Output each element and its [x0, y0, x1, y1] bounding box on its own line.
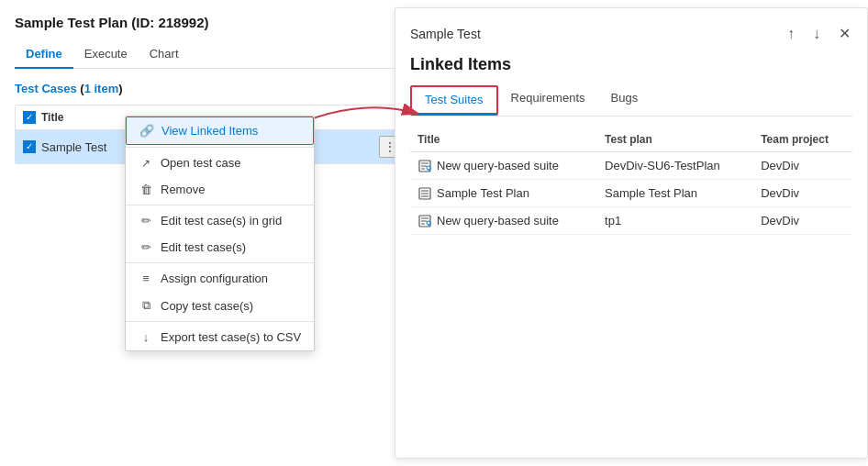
move-down-button[interactable]: ↓: [811, 24, 822, 44]
menu-item-open-test-case[interactable]: ↗ Open test case: [126, 150, 314, 176]
menu-item-remove[interactable]: 🗑 Remove: [126, 176, 314, 203]
static-suite-icon-2: [417, 187, 432, 200]
tab-requirements[interactable]: Requirements: [498, 85, 598, 116]
menu-item-export-csv[interactable]: ↓ Export test case(s) to CSV: [126, 324, 314, 350]
main-container: Sample Test Plan (ID: 218992) Define Exe…: [0, 0, 868, 466]
col-header-teamproject: Team project: [753, 128, 852, 152]
table-row: Sample Test Plan Sample Test Plan DevDiv: [410, 180, 852, 207]
linked-items-title: Linked Items: [410, 55, 852, 74]
tab-bugs[interactable]: Bugs: [598, 85, 651, 116]
export-icon: ↓: [139, 330, 153, 344]
right-panel-header: Sample Test ↑ ↓ ✕: [410, 23, 852, 44]
cell-teamproject-1: DevDiv: [753, 152, 852, 180]
test-suites-tab-wrapper: Test Suites: [410, 85, 498, 116]
menu-divider-4: [126, 321, 314, 322]
open-icon: ↗: [139, 157, 153, 170]
query-suite-icon-3: [417, 215, 432, 227]
edit-icon: ✏: [139, 240, 153, 254]
cell-testplan-2: Sample Test Plan: [597, 180, 753, 207]
edit-grid-icon: ✏: [139, 214, 153, 227]
menu-divider-1: [126, 147, 314, 148]
assign-icon: ≡: [139, 272, 153, 285]
menu-item-edit[interactable]: ✏ Edit test case(s): [126, 234, 314, 261]
header-checkbox[interactable]: [23, 111, 36, 124]
cell-testplan-1: DevDiv-SU6-TestPlan: [597, 152, 753, 180]
svg-point-5: [427, 166, 430, 170]
menu-item-assign-config[interactable]: ≡ Assign configuration: [126, 265, 314, 292]
tab-execute[interactable]: Execute: [73, 41, 139, 68]
cell-testplan-3: tp1: [597, 207, 753, 235]
tab-define[interactable]: Define: [15, 41, 73, 68]
menu-item-edit-grid[interactable]: ✏ Edit test case(s) in grid: [126, 207, 314, 234]
remove-icon: 🗑: [139, 183, 153, 196]
table-header-row: Title Test plan Team project: [410, 128, 852, 152]
context-menu: 🔗 View Linked Items ↗ Open test case 🗑 R…: [125, 116, 315, 351]
menu-item-copy[interactable]: ⧉ Copy test case(s): [126, 292, 314, 319]
linked-items-table: Title Test plan Team project: [410, 128, 852, 235]
svg-point-15: [427, 221, 430, 225]
tab-bar: Define Execute Chart: [15, 41, 409, 69]
copy-icon: ⧉: [139, 298, 153, 313]
tab-test-suites[interactable]: Test Suites: [412, 87, 496, 114]
linked-tabs: Test Suites Requirements Bugs: [410, 85, 852, 116]
cell-title-2: Sample Test Plan: [410, 180, 597, 207]
cell-title-3: New query-based suite: [410, 207, 597, 235]
cell-title-1: New query-based suite: [410, 152, 597, 180]
col-header-title: Title: [410, 128, 597, 152]
row-checkbox[interactable]: [23, 140, 36, 153]
table-row: New query-based suite tp1 DevDiv: [410, 207, 852, 235]
section-title: Test Cases (1 item): [15, 82, 409, 95]
right-panel-title: Sample Test: [410, 27, 481, 41]
right-panel: Sample Test ↑ ↓ ✕ Linked Items Test Suit…: [395, 7, 868, 459]
page-title: Sample Test Plan (ID: 218992): [15, 15, 409, 30]
left-panel: Sample Test Plan (ID: 218992) Define Exe…: [15, 15, 409, 451]
tab-chart[interactable]: Chart: [139, 41, 190, 68]
col-title: Title: [41, 111, 63, 124]
col-header-testplan: Test plan: [597, 128, 753, 152]
right-panel-actions: ↑ ↓ ✕: [785, 23, 852, 44]
table-row: New query-based suite DevDiv-SU6-TestPla…: [410, 152, 852, 180]
menu-divider-3: [126, 262, 314, 263]
cell-teamproject-2: DevDiv: [753, 180, 852, 207]
query-suite-icon-1: [417, 160, 432, 172]
move-up-button[interactable]: ↑: [785, 24, 796, 44]
menu-divider-2: [126, 205, 314, 205]
cell-teamproject-3: DevDiv: [753, 207, 852, 235]
link-icon: 🔗: [139, 124, 154, 138]
menu-item-view-linked[interactable]: 🔗 View Linked Items: [126, 116, 314, 145]
close-button[interactable]: ✕: [837, 23, 852, 44]
